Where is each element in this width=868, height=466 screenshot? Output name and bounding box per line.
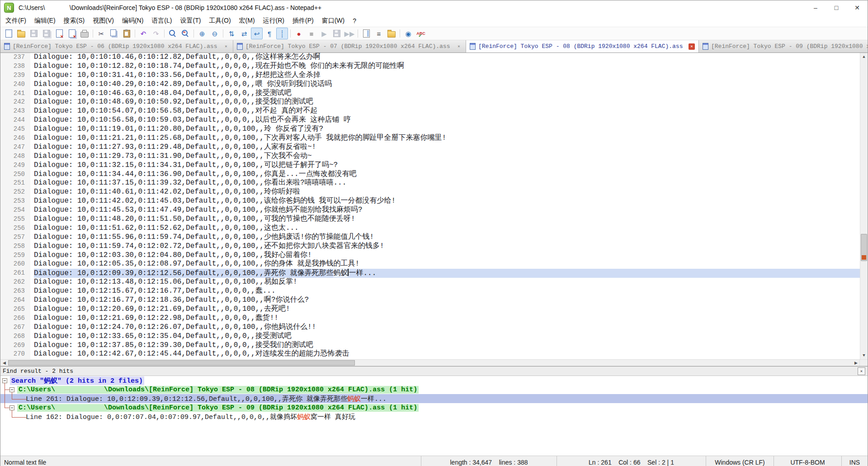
tab-close-icon[interactable]: ✕	[689, 43, 695, 50]
zoom-in-icon[interactable]: ⊕	[196, 28, 208, 39]
menu-item-5[interactable]: 编码(N)	[118, 17, 147, 25]
run-macro-multiple-icon[interactable]: ▶▶	[344, 28, 355, 39]
code-line-260[interactable]: Dialogue: 10,0:12:05.35,0:12:08.97,Defau…	[34, 260, 860, 269]
code-line-269[interactable]: Dialogue: 10,0:12:37.85,0:12:39.30,Defau…	[34, 341, 860, 350]
code-line-239[interactable]: Dialogue: 10,0:10:31.41,0:10:33.56,Defau…	[34, 71, 860, 80]
code-line-250[interactable]: Dialogue: 10,0:11:34.44,0:11:36.90,Defau…	[34, 170, 860, 179]
code-line-268[interactable]: Dialogue: 10,0:12:33.65,0:12:35.04,Defau…	[34, 332, 860, 341]
code-line-238[interactable]: Dialogue: 10,0:10:12.82,0:10:18.74,Defau…	[34, 62, 860, 71]
code-line-254[interactable]: Dialogue: 10,0:11:45.53,0:11:47.49,Defau…	[34, 206, 860, 215]
stop-record-icon[interactable]: ■	[306, 28, 317, 39]
code-line-262[interactable]: Dialogue: 10,0:12:13.48,0:12:15.06,Defau…	[34, 278, 860, 287]
tab-close-icon[interactable]: ✕	[456, 43, 462, 50]
editor-vertical-scrollbar[interactable]: ▲ ▼	[860, 53, 868, 359]
code-line-243[interactable]: Dialogue: 10,0:10:54.07,0:10:56.58,Defau…	[34, 107, 860, 116]
minimize-button[interactable]: –	[805, 0, 826, 15]
menu-item-9[interactable]: 宏(M)	[235, 17, 259, 25]
status-encoding[interactable]: UTF-8-BOM	[774, 456, 841, 466]
cut-icon[interactable]: ✂	[95, 28, 107, 39]
code-line-241[interactable]: Dialogue: 10,0:10:46.63,0:10:48.04,Defau…	[34, 89, 860, 98]
monitoring-icon[interactable]: ◉	[402, 28, 414, 39]
code-line-251[interactable]: Dialogue: 10,0:11:37.15,0:11:39.32,Defau…	[34, 179, 860, 188]
sync-horizontal-icon[interactable]: ⇄	[238, 28, 250, 39]
doc-map-icon[interactable]	[360, 28, 372, 39]
scroll-right-icon[interactable]: ▶	[852, 360, 860, 366]
print-icon[interactable]	[79, 28, 90, 39]
menu-item-8[interactable]: 工具(O)	[205, 17, 235, 25]
code-line-244[interactable]: Dialogue: 10,0:10:56.58,0:10:59.03,Defau…	[34, 116, 860, 125]
code-line-270[interactable]: Dialogue: 10,0:12:42.67,0:12:45.44,Defau…	[34, 350, 860, 359]
code-line-267[interactable]: Dialogue: 10,0:12:24.70,0:12:26.07,Defau…	[34, 323, 860, 332]
editor-lines[interactable]: Dialogue: 10,0:10:10.46,0:10:12.82,Defau…	[30, 53, 860, 359]
code-line-259[interactable]: Dialogue: 10,0:12:03.30,0:12:04.80,Defau…	[34, 251, 860, 260]
menu-item-1[interactable]: 文件(F)	[1, 17, 30, 25]
save-all-icon[interactable]	[41, 28, 52, 39]
menu-item-12[interactable]: 窗口(W)	[318, 17, 349, 25]
code-line-263[interactable]: Dialogue: 10,0:12:15.67,0:12:16.77,Defau…	[34, 287, 860, 296]
spell-check-icon[interactable]: ABC	[415, 28, 427, 39]
collapse-icon[interactable]	[9, 387, 14, 392]
menu-item-6[interactable]: 语言(L)	[147, 17, 176, 25]
code-line-240[interactable]: Dialogue: 10,0:10:40.29,0:10:42.89,Defau…	[34, 80, 860, 89]
play-macro-icon[interactable]: ▶	[318, 28, 330, 39]
show-all-chars-icon[interactable]: ¶	[264, 28, 275, 39]
word-wrap-icon[interactable]: ↩	[251, 28, 263, 39]
find-file-row-1[interactable]: C:\Users\ \Downloads\[ReinForce] Tokyo E…	[0, 385, 868, 394]
new-file-icon[interactable]	[3, 28, 14, 39]
undo-icon[interactable]: ↶	[137, 28, 149, 39]
collapse-icon[interactable]	[9, 405, 14, 410]
tab-close-icon[interactable]: ✕	[223, 43, 229, 50]
menu-item-13[interactable]: ?	[349, 17, 360, 24]
folder-workspace-icon[interactable]	[386, 28, 397, 39]
code-line-249[interactable]: Dialogue: 10,0:11:32.15,0:11:34.31,Defau…	[34, 161, 860, 170]
function-list-icon[interactable]: ≡	[373, 28, 385, 39]
open-file-icon[interactable]	[15, 28, 27, 39]
close-button[interactable]: ✕	[847, 0, 868, 15]
indent-guide-icon[interactable]: ┊	[276, 28, 288, 39]
find-hit-row-2[interactable]: Line 261: Dialogue: 10,0:12:09.39,0:12:1…	[0, 394, 868, 403]
code-line-242[interactable]: Dialogue: 10,0:10:48.69,0:10:50.92,Defau…	[34, 98, 860, 107]
close-file-icon[interactable]	[53, 28, 65, 39]
sync-vertical-icon[interactable]: ⇅	[226, 28, 237, 39]
find-icon[interactable]	[167, 28, 179, 39]
find-result-header[interactable]: Find result - 2 hits ✕	[0, 366, 868, 376]
redo-icon[interactable]: ↷	[150, 28, 162, 39]
find-search-row[interactable]: Search "蚂蚁" (2 hits in 2 files)	[0, 376, 868, 385]
menu-item-2[interactable]: 编辑(E)	[30, 17, 60, 25]
code-line-252[interactable]: Dialogue: 10,0:11:40.61,0:11:42.02,Defau…	[34, 188, 860, 197]
find-panel-close-icon[interactable]: ✕	[858, 367, 865, 375]
menu-item-10[interactable]: 运行(R)	[259, 17, 288, 25]
code-line-248[interactable]: Dialogue: 10,0:11:29.73,0:11:31.90,Defau…	[34, 152, 860, 161]
tab-4[interactable]: [ReinForce] Tokyo ESP - 09 (BDRip 1920x1…	[699, 40, 868, 52]
status-insert-mode[interactable]: INS	[841, 456, 868, 466]
editor-gutter[interactable]: 2372382392402412422432442452462472482492…	[0, 53, 30, 359]
horizontal-scroll-thumb[interactable]	[8, 360, 355, 366]
close-all-icon[interactable]	[66, 28, 78, 39]
save-macro-icon[interactable]	[331, 28, 343, 39]
menu-item-7[interactable]: 设置(T)	[176, 17, 205, 25]
copy-icon[interactable]	[108, 28, 120, 39]
code-line-266[interactable]: Dialogue: 10,0:12:21.69,0:12:22.98,Defau…	[34, 314, 860, 323]
code-line-257[interactable]: Dialogue: 10,0:11:55.96,0:11:59.74,Defau…	[34, 233, 860, 242]
maximize-button[interactable]: □	[826, 0, 847, 15]
code-line-245[interactable]: Dialogue: 10,0:11:19.01,0:11:20.80,Defau…	[34, 125, 860, 134]
code-line-237[interactable]: Dialogue: 10,0:10:10.46,0:10:12.82,Defau…	[34, 53, 860, 62]
status-eol-format[interactable]: Windows (CR LF)	[706, 456, 774, 466]
zoom-out-icon[interactable]: ⊖	[209, 28, 221, 39]
code-line-253[interactable]: Dialogue: 10,0:11:42.02,0:11:45.03,Defau…	[34, 197, 860, 206]
find-file-row-3[interactable]: C:\Users\ \Downloads\[ReinForce] Tokyo E…	[0, 403, 868, 412]
menu-item-4[interactable]: 视图(V)	[89, 17, 118, 25]
code-line-265[interactable]: Dialogue: 10,0:12:20.69,0:12:21.69,Defau…	[34, 305, 860, 314]
code-line-258[interactable]: Dialogue: 10,0:11:59.74,0:12:02.72,Defau…	[34, 242, 860, 251]
scroll-down-icon[interactable]: ▼	[860, 352, 868, 359]
replace-icon[interactable]	[179, 28, 191, 39]
tab-2[interactable]: [ReinForce] Tokyo ESP - 07 (BDRip 1920x1…	[233, 40, 466, 52]
collapse-icon[interactable]	[2, 378, 7, 383]
editor-horizontal-scrollbar[interactable]: ◀ ▶	[0, 359, 868, 366]
scroll-up-icon[interactable]: ▲	[860, 53, 868, 61]
tab-1[interactable]: [ReinForce] Tokyo ESP - 06 (BDRip 1920x1…	[0, 40, 233, 52]
save-icon[interactable]	[28, 28, 40, 39]
code-line-255[interactable]: Dialogue: 10,0:11:48.20,0:11:51.50,Defau…	[34, 215, 860, 224]
code-line-264[interactable]: Dialogue: 10,0:12:16.77,0:12:18.36,Defau…	[34, 296, 860, 305]
code-line-246[interactable]: Dialogue: 10,0:11:21.21,0:11:25.68,Defau…	[34, 134, 860, 143]
